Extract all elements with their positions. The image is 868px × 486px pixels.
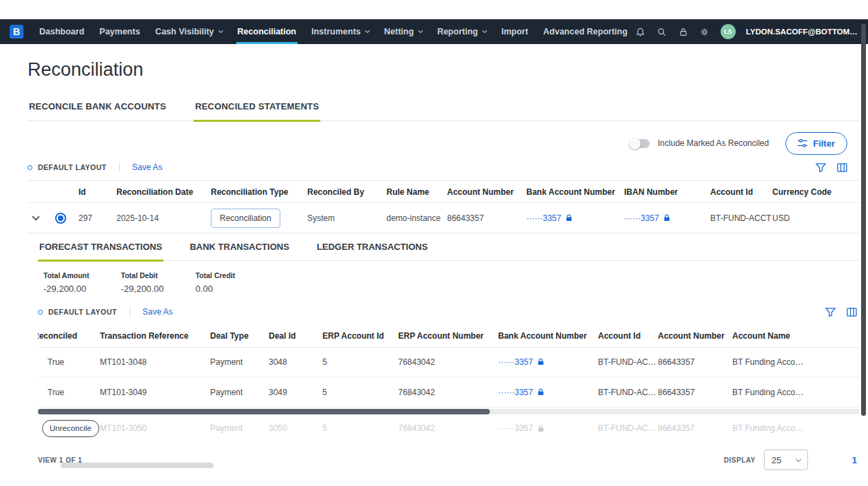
horizontal-scrollbar[interactable] bbox=[38, 409, 860, 414]
total-credit-label: Total Credit bbox=[196, 271, 236, 279]
page-number[interactable]: 1 bbox=[852, 455, 857, 465]
cell-action: Unreconcile bbox=[38, 420, 99, 437]
column-header-erp-account-number[interactable]: ERP Account Number bbox=[397, 331, 497, 341]
column-header-account-number[interactable]: Account Number bbox=[446, 187, 525, 197]
cell-deal-type: Payment bbox=[209, 423, 267, 433]
column-header-rule-name[interactable]: Rule Name bbox=[385, 187, 446, 197]
search-icon[interactable] bbox=[657, 26, 668, 37]
column-header-bank-account-number[interactable]: Bank Account Number bbox=[525, 187, 623, 197]
column-header-iban-number[interactable]: IBAN Number bbox=[623, 187, 709, 197]
toggle-label: Include Marked As Reconciled bbox=[658, 138, 769, 148]
masked-number: ······3357 bbox=[498, 357, 533, 367]
column-header-deal-id[interactable]: Deal Id bbox=[267, 331, 321, 341]
page-size-select[interactable]: 25 bbox=[764, 450, 808, 470]
nav-label: Reconciliation bbox=[238, 27, 296, 36]
tab-reconciled-statements[interactable]: RECONCILED STATEMENTS bbox=[194, 94, 320, 120]
save-as-link[interactable]: Save As bbox=[132, 162, 163, 172]
reconciliation-detail-panel: FORECAST TRANSACTIONS BANK TRANSACTIONS … bbox=[38, 233, 860, 472]
column-header-account-id[interactable]: Account Id bbox=[597, 331, 657, 341]
column-header-transaction-reference[interactable]: Transaction Reference bbox=[99, 331, 209, 341]
lock-icon[interactable] bbox=[537, 388, 544, 396]
gear-icon[interactable] bbox=[699, 26, 710, 37]
default-layout-selector[interactable]: DEFAULT LAYOUT Save As bbox=[38, 307, 173, 317]
column-header-id[interactable]: Id bbox=[77, 187, 115, 197]
default-layout-selector[interactable]: DEFAULT LAYOUT Save As bbox=[28, 162, 163, 172]
bottom-horizontal-scrollbar-thumb[interactable] bbox=[61, 463, 214, 468]
row-radio-selected[interactable] bbox=[55, 213, 66, 224]
user-avatar[interactable]: LS bbox=[721, 24, 736, 39]
nav-item-reporting[interactable]: Reporting bbox=[430, 19, 494, 44]
transaction-row[interactable]: True MT101-3048 Payment 3048 5 76843042 … bbox=[38, 347, 860, 377]
column-header-bank-account-number[interactable]: Bank Account Number bbox=[497, 331, 597, 341]
reconciliation-type-select[interactable]: Reconciliation bbox=[211, 209, 280, 228]
lock-icon[interactable] bbox=[663, 214, 670, 222]
unreconcile-button[interactable]: Unreconcile bbox=[42, 420, 99, 437]
column-header-account-name[interactable]: Account Name bbox=[731, 331, 860, 341]
cell-id: 297 bbox=[77, 213, 115, 223]
nav-item-netting[interactable]: Netting bbox=[377, 19, 430, 44]
chevron-down-icon bbox=[218, 28, 223, 33]
nav-item-payments[interactable]: Payments bbox=[92, 19, 147, 44]
total-credit: Total Credit 0.00 bbox=[196, 271, 236, 294]
tab-reconcile-bank-accounts[interactable]: RECONCILE BANK ACCOUNTS bbox=[28, 94, 167, 120]
brand-logo[interactable]: B bbox=[10, 25, 23, 39]
column-header-reconciled[interactable]: Reconciled bbox=[38, 331, 99, 341]
transaction-row-partial[interactable]: Unreconcile MT101-3050 Payment 3050 5 76… bbox=[38, 414, 860, 442]
columns-icon[interactable] bbox=[837, 163, 847, 172]
cell-account-number: 86643357 bbox=[657, 423, 731, 433]
column-header-account-id[interactable]: Account Id bbox=[709, 187, 771, 197]
username[interactable]: LYDON.SACOFF@BOTTOM… bbox=[746, 28, 858, 36]
cell-deal-type: Payment bbox=[209, 357, 267, 367]
funnel-filter-icon[interactable] bbox=[825, 308, 836, 317]
nav-item-dashboard[interactable]: Dashboard bbox=[32, 19, 92, 44]
cell-account-id: BT-FUND-AC… bbox=[597, 423, 657, 433]
column-header-reconciled-by[interactable]: Reconciled By bbox=[306, 187, 385, 197]
tab-forecast-transactions[interactable]: FORECAST TRANSACTIONS bbox=[38, 233, 163, 260]
layout-dot-icon bbox=[28, 165, 32, 170]
column-header-erp-account-id[interactable]: ERP Account Id bbox=[321, 331, 397, 341]
tab-bank-transactions[interactable]: BANK TRANSACTIONS bbox=[188, 233, 290, 260]
nav-label: Import bbox=[502, 27, 528, 36]
cell-rule-name: demo-instance bbox=[385, 213, 446, 223]
column-header-currency-code[interactable]: Currency Code bbox=[771, 187, 860, 197]
nav-item-advanced-reporting[interactable]: Advanced Reporting bbox=[536, 19, 635, 44]
columns-icon[interactable] bbox=[847, 308, 857, 317]
transaction-row[interactable]: True MT101-3049 Payment 3049 5 76843042 … bbox=[38, 377, 860, 408]
divider bbox=[119, 162, 120, 172]
tab-ledger-transactions[interactable]: LEDGER TRANSACTIONS bbox=[316, 233, 429, 260]
vertical-scrollbar-thumb[interactable] bbox=[861, 23, 866, 416]
detail-layout-bar: DEFAULT LAYOUT Save As bbox=[38, 304, 860, 319]
chevron-down-icon bbox=[482, 28, 487, 33]
column-header-account-number[interactable]: Account Number bbox=[657, 331, 731, 341]
nav-item-instruments[interactable]: Instruments bbox=[304, 19, 377, 44]
column-header-deal-type[interactable]: Deal Type bbox=[209, 331, 267, 341]
reconciliation-row[interactable]: 297 2025-10-14 Reconciliation System dem… bbox=[28, 203, 860, 233]
include-marked-toggle[interactable] bbox=[629, 139, 650, 148]
nav-right-group: LS LYDON.SACOFF@BOTTOM… bbox=[635, 24, 867, 39]
lock-icon[interactable] bbox=[566, 214, 572, 222]
nav-label: Instruments bbox=[311, 27, 361, 36]
cell-account-name: BT Funding Acco… bbox=[731, 357, 860, 367]
total-amount-label: Total Amount bbox=[43, 271, 90, 279]
column-header-reconciliation-type[interactable]: Reconciliation Type bbox=[209, 187, 306, 197]
nav-item-import[interactable]: Import bbox=[494, 19, 536, 44]
cell-account-number: 86643357 bbox=[657, 388, 731, 397]
filter-button[interactable]: Filter bbox=[785, 132, 847, 155]
lock-icon[interactable] bbox=[537, 358, 544, 366]
horizontal-scrollbar-thumb[interactable] bbox=[38, 409, 490, 414]
column-header-reconciliation-date[interactable]: Reconciliation Date bbox=[115, 187, 209, 197]
funnel-filter-icon[interactable] bbox=[816, 163, 826, 172]
cell-deal-id: 3049 bbox=[267, 388, 321, 397]
chevron-down-icon[interactable] bbox=[32, 213, 39, 220]
nav-item-reconciliation[interactable]: Reconciliation bbox=[230, 19, 304, 44]
detail-table-header-row: Reconciled Transaction Reference Deal Ty… bbox=[38, 325, 860, 347]
bell-icon[interactable] bbox=[635, 26, 646, 37]
cell-transaction-reference: MT101-3048 bbox=[99, 357, 209, 367]
save-as-link[interactable]: Save As bbox=[143, 307, 173, 317]
display-label: DISPLAY bbox=[724, 456, 756, 464]
nav-item-cash-visibility[interactable]: Cash Visibility bbox=[147, 19, 229, 44]
cell-bank-account-number: ······3357 bbox=[497, 423, 597, 433]
table-footer: VIEW 1 OF 1 DISPLAY 25 1 bbox=[38, 447, 860, 472]
layout-name: DEFAULT LAYOUT bbox=[38, 163, 107, 171]
lock-icon[interactable] bbox=[678, 26, 689, 37]
